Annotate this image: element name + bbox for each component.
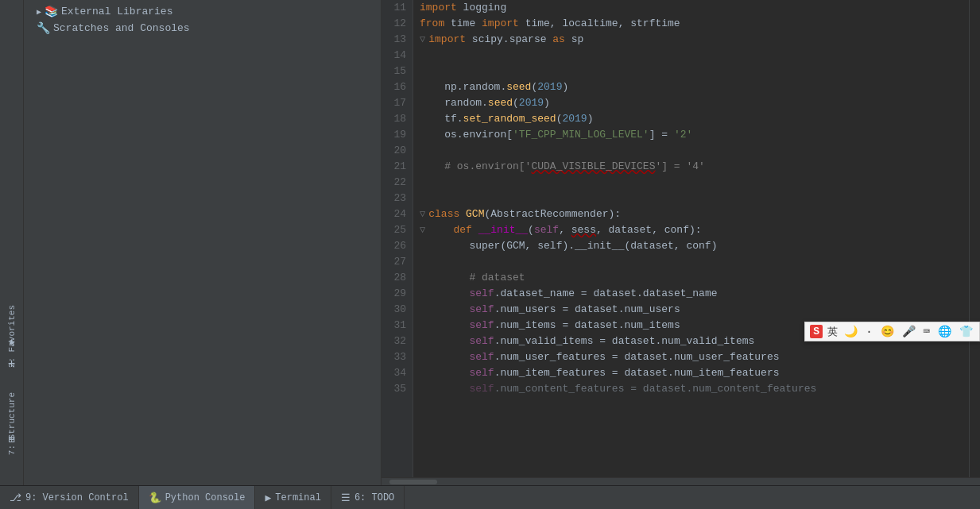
- code-line: os.environ['TF_CPP_MIN_LOG_LEVEL'] = '2': [420, 127, 969, 143]
- code-line: self.num_item_features = dataset.num_ite…: [420, 365, 969, 381]
- code-line: np.random.seed(2019): [420, 79, 969, 95]
- code-line: ▽class GCM(AbstractRecommender):: [420, 206, 969, 222]
- fold-icon[interactable]: ▽: [420, 32, 425, 48]
- code-line: from time import time, localtime, strfti…: [420, 16, 969, 32]
- ime-moon-icon[interactable]: 🌙: [842, 324, 859, 339]
- tree-item-scratches-consoles[interactable]: 🔧 Scratches and Consoles: [24, 20, 381, 37]
- terminal-icon: ▶: [265, 492, 271, 504]
- project-tree: ▶ 📚 External Libraries 🔧 Scratches and C…: [24, 0, 381, 485]
- tab-version-control[interactable]: ⎇ 9: Version Control: [0, 486, 139, 509]
- code-line: random.seed(2019): [420, 95, 969, 111]
- tab-todo[interactable]: ☰ 6: TODO: [331, 486, 405, 509]
- sidebar-structure-icon[interactable]: ⊞: [8, 433, 14, 446]
- bottom-tabs-bar: ⎇ 9: Version Control 🐍 Python Console ▶ …: [0, 485, 980, 509]
- editor-area: 11 12 13 14 15 16 17 18 19 20 21 22 23 2…: [382, 0, 980, 485]
- code-line: ▽import scipy.sparse as sp: [420, 32, 969, 48]
- tree-item-external-libraries[interactable]: ▶ 📚 External Libraries: [24, 3, 381, 20]
- version-control-icon: ⎇: [10, 492, 21, 504]
- code-line: self.num_users = dataset.num_users: [420, 302, 969, 318]
- code-line: import logging: [420, 0, 969, 16]
- python-console-label: Python Console: [165, 492, 246, 503]
- ime-lang-button[interactable]: 英: [827, 325, 838, 339]
- sidebar-add-icon[interactable]: +: [8, 357, 16, 372]
- right-gutter: [969, 0, 980, 477]
- todo-icon: ☰: [341, 492, 351, 504]
- code-line: [420, 254, 969, 270]
- code-line: [420, 48, 969, 64]
- code-line: # os.environ['CUDA_VISIBLE_DEVICES'] = '…: [420, 159, 969, 175]
- code-line: [420, 64, 969, 79]
- tab-terminal[interactable]: ▶ Terminal: [255, 486, 331, 509]
- scratches-label: Scratches and Consoles: [53, 22, 190, 34]
- code-line: [420, 191, 969, 206]
- todo-label: 6: TODO: [354, 492, 394, 503]
- code-line: [420, 175, 969, 191]
- code-line: # dataset: [420, 270, 969, 286]
- code-line: self.num_content_features = dataset.num_…: [420, 381, 969, 397]
- ime-emoji-icon[interactable]: 😊: [879, 324, 896, 339]
- scrollbar-thumb[interactable]: [389, 480, 437, 484]
- external-libraries-label: External Libraries: [61, 6, 172, 17]
- ime-keyboard-icon[interactable]: ⌨: [922, 324, 932, 339]
- external-libraries-arrow: ▶: [37, 7, 41, 17]
- terminal-label: Terminal: [275, 492, 321, 503]
- code-line: ▽ def __init__(self, sess, dataset, conf…: [420, 222, 969, 238]
- code-line: self.dataset_name = dataset.dataset_name: [420, 286, 969, 302]
- fold-icon[interactable]: ▽: [420, 222, 425, 238]
- code-line: [420, 143, 969, 159]
- code-lines[interactable]: import logging from time import time, lo…: [413, 0, 969, 477]
- left-sidebar: 2: Favorites ★ + 7: Structure ⊞: [0, 0, 24, 485]
- ime-shirt-icon[interactable]: 👕: [958, 324, 974, 339]
- code-content[interactable]: 11 12 13 14 15 16 17 18 19 20 21 22 23 2…: [382, 0, 980, 477]
- code-line: tf.set_random_seed(2019): [420, 111, 969, 127]
- ime-logo: S: [810, 325, 823, 338]
- code-line: super(GCM, self).__init__(dataset, conf): [420, 238, 969, 254]
- tab-python-console[interactable]: 🐍 Python Console: [139, 486, 256, 509]
- sidebar-star-icon[interactable]: ★: [8, 334, 16, 349]
- python-console-icon: 🐍: [149, 492, 161, 504]
- ime-dot-icon[interactable]: ·: [864, 325, 873, 339]
- version-control-label: 9: Version Control: [25, 492, 129, 503]
- line-numbers: 11 12 13 14 15 16 17 18 19 20 21 22 23 2…: [382, 0, 413, 477]
- scratches-icon: 🔧: [37, 21, 50, 35]
- horizontal-scrollbar[interactable]: [382, 477, 980, 485]
- sidebar-item-structure[interactable]: 7: Structure: [6, 389, 18, 458]
- external-libraries-icon: 📚: [45, 5, 58, 18]
- fold-icon[interactable]: ▽: [420, 206, 425, 222]
- ime-mic-icon[interactable]: 🎤: [901, 324, 917, 339]
- ime-globe-icon[interactable]: 🌐: [936, 324, 953, 339]
- project-panel: ▶ 📚 External Libraries 🔧 Scratches and C…: [24, 0, 382, 485]
- ime-toolbar: S 英 🌙 · 😊 🎤 ⌨ 🌐 👕: [804, 322, 980, 341]
- code-line: self.num_user_features = dataset.num_use…: [420, 349, 969, 365]
